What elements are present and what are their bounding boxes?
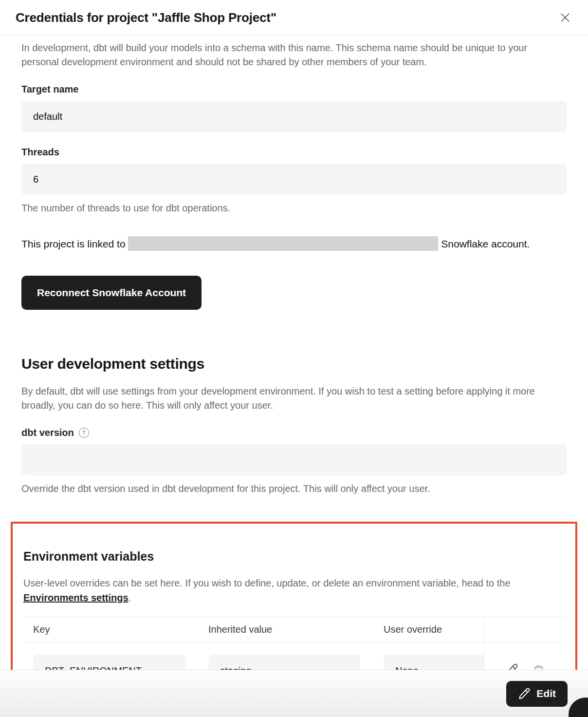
redacted-account-name [128, 236, 438, 251]
threads-value: 6 [33, 174, 38, 185]
reconnect-snowflake-button[interactable]: Reconnect Snowflake Account [21, 276, 202, 310]
edit-button[interactable]: Edit [506, 681, 568, 707]
column-header-user-override: User override [374, 624, 484, 635]
linked-account-text: This project is linked to Snowflake acco… [21, 235, 567, 253]
dbt-version-input[interactable] [21, 444, 567, 475]
column-header-actions [484, 617, 565, 642]
modal-title: Credentials for project "Jaffle Shop Pro… [16, 10, 276, 25]
dbt-version-label-text: dbt version [21, 427, 74, 438]
table-header-row: Key Inherited value User override [23, 617, 565, 642]
edit-button-label: Edit [536, 688, 556, 699]
schema-description-text: In development, dbt will build your mode… [21, 41, 567, 69]
close-icon[interactable] [558, 10, 572, 25]
environments-settings-link[interactable]: Environments settings [23, 592, 129, 603]
threads-input[interactable]: 6 [21, 164, 567, 195]
modal-header: Credentials for project "Jaffle Shop Pro… [0, 0, 588, 36]
env-description-period: . [129, 592, 131, 603]
edit-pencil-icon [518, 687, 531, 700]
environment-variables-description: User-level overrides can be set here. If… [23, 576, 565, 605]
column-header-key: Key [23, 624, 199, 635]
column-header-inherited-value: Inherited value [199, 624, 374, 635]
target-name-value: default [33, 111, 62, 122]
dbt-version-helper-text: Override the dbt version used in dbt dev… [21, 483, 567, 494]
reconnect-snowflake-button-label: Reconnect Snowflake Account [37, 287, 186, 299]
env-description-text: User-level overrides can be set here. If… [23, 578, 511, 588]
threads-helper-text: The number of threads to use for dbt ope… [21, 203, 567, 214]
target-name-input[interactable]: default [21, 101, 567, 132]
modal-footer: Edit [0, 670, 588, 717]
linked-account-prefix: This project is linked to [21, 238, 126, 249]
user-development-settings-description: By default, dbt will use settings from y… [21, 384, 567, 413]
modal-body: In development, dbt will build your mode… [0, 41, 588, 709]
dbt-version-label: dbt version ? [21, 427, 567, 438]
linked-account-suffix: Snowflake account. [441, 238, 530, 249]
threads-label: Threads [21, 147, 567, 158]
user-development-settings-heading: User development settings [21, 356, 567, 372]
target-name-label: Target name [21, 84, 567, 95]
environment-variables-heading: Environment variables [23, 549, 565, 564]
help-icon[interactable]: ? [79, 428, 89, 438]
